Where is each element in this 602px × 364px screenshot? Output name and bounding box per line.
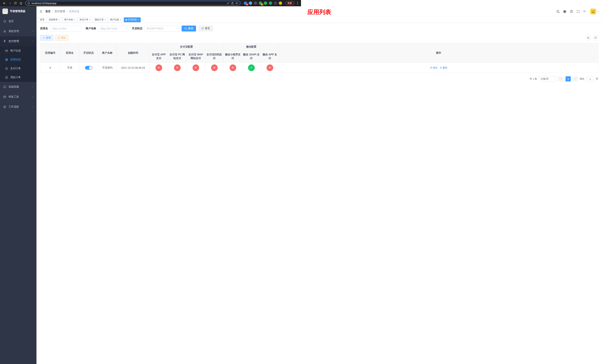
sidebar-item-label: 支付订单 xyxy=(10,67,21,70)
sidebar-collapse-icon[interactable] xyxy=(39,10,43,13)
sidebar-item-label: 系统管理 xyxy=(9,30,19,33)
cube-icon xyxy=(3,105,6,108)
toolbox-icon xyxy=(3,95,6,98)
wechat-extension-icon[interactable] xyxy=(264,1,267,5)
sidebar-item-infrastructure[interactable]: 基础设施 xyxy=(0,82,36,92)
cell-ops: 修改 删除 xyxy=(279,63,301,73)
search-icon xyxy=(184,27,187,30)
notes-extension-icon[interactable] xyxy=(269,1,272,5)
sidebar-item-system[interactable]: 系统管理 xyxy=(0,26,36,36)
sidebar-item-label: 研发工具 xyxy=(9,95,19,98)
breadcrumb: 首页 / 支付管理 / 应用信息 xyxy=(45,10,79,13)
col-header-wx-jsapi: 微信 JSAPI 支付 xyxy=(242,50,261,63)
gear-icon xyxy=(3,30,6,33)
logo-avatar xyxy=(2,9,8,14)
puzzle-extension-icon[interactable] xyxy=(274,1,277,5)
sidebar-item-dev-tools[interactable]: 研发工具 xyxy=(0,92,36,102)
grid-icon xyxy=(5,58,8,61)
bookmark-star-icon[interactable] xyxy=(235,2,238,5)
wx-jsapi-status-icon: ✓ xyxy=(248,64,255,71)
chevron-down-icon xyxy=(31,30,33,32)
col-header-ops: 操作 xyxy=(279,43,301,63)
sidebar: 芋道管理系统 首页 系统管理 ¥ 支付管理 xyxy=(0,6,36,182)
wx-mini-status-icon: × xyxy=(230,64,236,71)
home-icon[interactable] xyxy=(19,1,23,6)
tab-merchant-info[interactable]: 商户信息 × xyxy=(108,17,123,22)
close-icon[interactable]: × xyxy=(105,19,106,21)
extension-icon[interactable] xyxy=(249,1,252,5)
chevron-down-icon xyxy=(31,106,33,108)
sidebar-item-refund-order[interactable]: 退款订单 xyxy=(0,73,36,82)
col-header-merchant: 商户名称 xyxy=(98,43,117,63)
app-name-input[interactable] xyxy=(50,26,81,32)
download-icon xyxy=(58,37,60,39)
col-header-wx-app: 微信 APP 支付 xyxy=(261,50,279,63)
chevron-down-icon xyxy=(31,86,33,88)
breadcrumb-current: 应用信息 xyxy=(69,10,79,13)
credit-card-icon xyxy=(5,49,8,52)
chrome-menu-icon[interactable] xyxy=(296,1,299,5)
sidebar-item-workflow[interactable]: 工作流程 xyxy=(0,102,36,112)
reload-icon[interactable] xyxy=(13,1,18,6)
app-logo: 芋道管理系统 xyxy=(0,6,36,16)
close-icon[interactable]: × xyxy=(89,19,91,21)
sidebar-item-label: 商户信息 xyxy=(10,49,21,52)
col-header-alipay-wap: 支付宝 WAP 网站支付 xyxy=(187,50,205,63)
add-button[interactable]: 新增 xyxy=(40,35,53,41)
back-icon[interactable] xyxy=(2,1,7,6)
url-text[interactable]: localhost:1024/pay/app xyxy=(32,2,225,5)
merchant-name-input[interactable] xyxy=(98,26,128,32)
status-label: 开启状态 xyxy=(132,27,142,30)
tab-refund-order[interactable]: 退款订单 × xyxy=(93,17,108,22)
tab-user-group[interactable]: 用户分组 × xyxy=(62,17,77,22)
main-area: 首页 / 支付管理 / 应用信息 应用列表 TT xyxy=(36,6,301,182)
extension-icon[interactable]: 10 xyxy=(244,1,247,5)
status-select[interactable]: 请选择开启状态 xyxy=(144,26,179,32)
alipay-app-status-icon: × xyxy=(155,64,162,71)
group-header-alipay: 支付宝配置 xyxy=(150,43,224,50)
breadcrumb-section[interactable]: 支付管理 xyxy=(55,10,65,13)
extension-icon[interactable] xyxy=(254,1,257,5)
chevron-down-icon xyxy=(175,27,178,30)
sidebar-item-pay-order[interactable]: 支付订单 xyxy=(0,64,36,73)
tab-app-info[interactable]: 应用信息 × xyxy=(124,17,141,22)
chevron-down-icon xyxy=(31,96,33,98)
document-icon xyxy=(5,76,8,79)
close-icon[interactable]: × xyxy=(58,19,60,21)
sidebar-item-merchant-info[interactable]: 商户信息 xyxy=(0,46,36,55)
chrome-update-button[interactable]: 更新 xyxy=(285,1,294,5)
close-icon[interactable]: × xyxy=(74,19,75,21)
browser-chrome: localhost:1024/pay/app 10 1 更新 xyxy=(0,0,301,6)
col-header-app-name: 应用名 xyxy=(60,43,79,63)
status-toggle[interactable] xyxy=(85,66,92,70)
page-info-icon[interactable] xyxy=(27,2,30,5)
sidebar-item-payment[interactable]: ¥ 支付管理 xyxy=(0,36,36,46)
search-button[interactable]: 搜索 xyxy=(182,26,196,32)
export-button[interactable]: 导出 xyxy=(55,35,68,41)
alipay-qr-status-icon: × xyxy=(211,64,218,71)
page-content: 应用名 商户名称 开启状态 请选择开启状态 搜索 重置 xyxy=(36,23,301,182)
close-icon[interactable]: × xyxy=(120,19,121,21)
pagination: 共 1 条 10条/页 1 前往 页 xyxy=(40,76,301,81)
col-header-wx-mini: 微信小程序支付 xyxy=(224,50,242,63)
breadcrumb-separator: / xyxy=(67,10,67,13)
forward-icon[interactable] xyxy=(7,1,12,6)
app-name-label: 应用名 xyxy=(40,27,48,30)
sidebar-group-payment: ¥ 支付管理 商户信息 应用信息 xyxy=(0,36,36,82)
share-icon[interactable] xyxy=(231,2,234,5)
sidebar-item-home[interactable]: 首页 xyxy=(0,16,36,26)
breadcrumb-home[interactable]: 首页 xyxy=(45,10,51,13)
extension-icon[interactable]: 1 xyxy=(259,1,262,5)
tab-pay-order[interactable]: 支付订单 × xyxy=(78,17,92,22)
password-key-icon[interactable] xyxy=(227,2,230,5)
col-header-alipay-pc: 支付宝 PC 网站支付 xyxy=(168,50,187,63)
sidebar-item-app-info[interactable]: 应用信息 xyxy=(0,55,36,64)
tab-home[interactable]: 首页 xyxy=(38,17,46,22)
profile-extension-icon[interactable] xyxy=(279,1,282,5)
reset-button[interactable]: 重置 xyxy=(198,26,213,32)
tab-process-form[interactable]: 流程表单 × xyxy=(47,17,62,22)
address-bar[interactable]: localhost:1024/pay/app xyxy=(25,1,240,6)
sidebar-item-label: 支付管理 xyxy=(9,40,19,43)
col-header-app-id: 应用编号 xyxy=(40,43,60,63)
close-icon[interactable]: × xyxy=(138,19,139,21)
